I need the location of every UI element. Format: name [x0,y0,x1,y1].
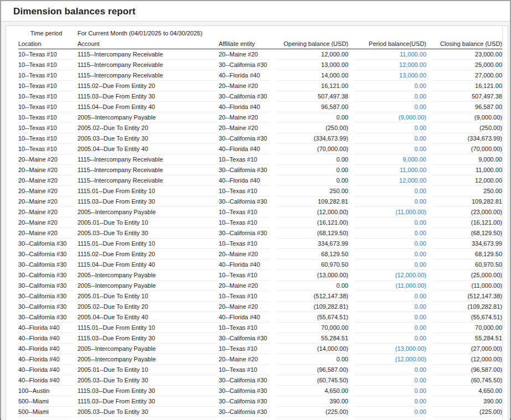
cell-affiliate-entity: 30--California #30 [219,228,270,238]
cell-period-balance-link[interactable]: 0.00 [354,133,426,144]
table-row: 30--California #301115.02--Due From Enti… [18,249,502,260]
cell-period-balance-link[interactable]: 0.00 [354,312,426,323]
cell-period-balance-link[interactable]: 0.00 [354,365,426,375]
report-window: Dimension balances report Time period Fo… [0,0,511,420]
cell-affiliate-entity: 10--Texas #10 [219,186,270,196]
cell-closing-balance: (334,673.99) [433,133,502,144]
cell-period-balance-link[interactable]: (13,000.00) [354,344,426,354]
cell-opening-balance: 507,497.38 [276,91,348,102]
cell-period-balance-link[interactable]: 0.00 [354,249,426,260]
cell-period-balance-link[interactable]: 0.00 [354,217,426,228]
cell-period-balance-link[interactable]: 0.00 [354,144,426,154]
cell-closing-balance: (16,121.00) [433,217,502,228]
column-gap [426,354,433,365]
cell-closing-balance: (11,000.00) [433,281,502,291]
column-gap [348,291,354,302]
table-row: 40--Florida #401115.01--Due From Entity … [18,323,502,333]
grand-total-label: Grand total [18,417,74,420]
cell-period-balance-link[interactable]: 0.00 [354,186,426,196]
column-gap [348,133,354,144]
column-gap [426,344,433,354]
table-row: 30--California #301115.04--Due From Enti… [18,260,502,270]
cell-period-balance-link[interactable]: 0.00 [354,238,426,249]
cell-period-balance-link[interactable]: 12,000.00 [354,175,426,186]
cell-affiliate-entity: 10--Texas #10 [219,365,270,375]
column-gap [270,407,276,417]
column-gap [348,207,354,217]
cell-location: 10--Texas #10 [18,102,74,112]
cell-period-balance-link[interactable]: 0.00 [354,81,426,91]
cell-location: 10--Texas #10 [18,60,74,70]
column-gap [348,333,354,344]
cell-period-balance-link[interactable]: 0.00 [354,228,426,238]
column-gap [348,81,354,91]
column-gap [270,281,276,291]
column-gap [426,302,433,312]
column-gap [270,417,276,420]
cell-period-balance-link[interactable]: 0.00 [354,123,426,133]
cell-period-balance-link[interactable]: 0.00 [354,333,426,344]
cell-period-balance-link[interactable]: 12,000.00 [354,60,426,70]
column-gap [270,38,276,49]
cell-period-balance-link[interactable]: 0.00 [354,260,426,270]
column-gap [348,102,354,112]
cell-account: 1115--Intercompany Receivable [78,154,217,165]
cell-period-balance-link[interactable]: 0.00 [354,407,426,417]
column-gap [270,333,276,344]
cell-period-balance-link[interactable]: 9,000.00 [354,154,426,165]
cell-location: 20--Maine #20 [18,186,74,196]
cell-affiliate-entity: 20--Maine #20 [219,49,270,60]
cell-account: 2005--Intercompany Payable [78,112,217,123]
table-row: 10--Texas #101115.04--Due From Entity 40… [18,102,502,112]
cell-account: 2005--Intercompany Payable [78,354,217,365]
cell-period-balance-link[interactable]: 0.00 [354,323,426,333]
cell-account: 1115--Intercompany Receivable [78,175,217,186]
table-row: 30--California #302005--Intercompany Pay… [18,281,502,291]
cell-affiliate-entity: 30--California #30 [219,396,270,407]
column-gap [348,70,354,81]
cell-period-balance-link[interactable]: 0.00 [354,291,426,302]
column-gap [426,60,433,70]
cell-location: 20--Maine #20 [18,154,74,165]
cell-period-balance-link[interactable]: (11,000.00) [354,281,426,291]
cell-period-balance-link[interactable]: 0.00 [354,396,426,407]
cell-period-balance-link[interactable]: (12,000.00) [354,270,426,281]
page-title: Dimension balances report [13,6,498,17]
cell-period-balance-link[interactable]: 0.00 [354,386,426,396]
column-gap [270,207,276,217]
column-gap [270,133,276,144]
table-row: 10--Texas #101115--Intercompany Receivab… [18,49,502,60]
column-gap [348,238,354,249]
cell-location: 40--Florida #40 [18,375,74,386]
column-header-account: Account [78,38,217,49]
cell-closing-balance: (68,129.50) [433,228,502,238]
cell-period-balance-link[interactable]: (11,000.00) [354,207,426,217]
column-gap [426,270,433,281]
scrollbar-track[interactable] [502,26,508,420]
cell-closing-balance: 23,000.00 [433,49,502,60]
cell-period-balance-link[interactable]: 0.00 [354,375,426,386]
cell-period-balance-link[interactable]: (12,000.00) [354,354,426,365]
cell-location: 20--Maine #20 [18,228,74,238]
cell-closing-balance: (512,147.38) [433,291,502,302]
cell-period-balance-link[interactable]: 0.00 [354,102,426,112]
cell-period-balance-link[interactable]: 0.00 [354,302,426,312]
cell-opening-balance: 109,282.81 [276,196,348,207]
cell-period-balance-link[interactable]: 0.00 [354,196,426,207]
table-row: 10--Texas #102005.02--Due To Entity 2020… [18,123,502,133]
cell-period-balance-link[interactable]: 11,000.00 [354,165,426,175]
cell-period-balance-link[interactable]: (9,000.00) [354,112,426,123]
column-gap [426,291,433,302]
cell-period-balance-link[interactable]: 13,000.00 [354,70,426,81]
cell-location: 40--Florida #40 [18,344,74,354]
cell-location: 20--Maine #20 [18,217,74,228]
table-row: 500--Miami1115.03--Due From Entity 3030-… [18,396,502,407]
column-gap [348,323,354,333]
cell-period-balance-link[interactable]: 0.00 [354,91,426,102]
table-row: 20--Maine #201115--Intercompany Receivab… [18,165,502,175]
cell-opening-balance: (55,674.51) [276,312,348,323]
column-gap [426,91,433,102]
cell-period-balance-link[interactable]: 11,000.00 [354,49,426,60]
cell-location: 30--California #30 [18,312,74,323]
column-gap [270,260,276,270]
